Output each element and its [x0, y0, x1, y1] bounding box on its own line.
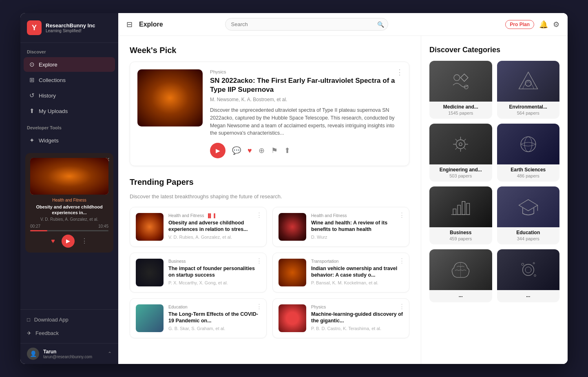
weeks-pick-description: Discover the unprecedented ultraviolet s… [210, 106, 402, 137]
sidebar-item-widgets[interactable]: ✦ Widgets [24, 133, 115, 148]
trending-category: Health and Fitness ▐▌▐ [168, 213, 261, 218]
category-card[interactable]: Environmental... 564 papers [497, 61, 560, 119]
svg-rect-10 [466, 203, 469, 214]
brand-subtitle: Learning Simplified! [46, 29, 95, 33]
svg-point-15 [534, 274, 536, 276]
category-image [429, 61, 492, 102]
player-progress-bar[interactable] [30, 230, 108, 231]
trending-card: Physics Machine-learning-guided discover… [272, 298, 409, 338]
category-name: Medicine and... [429, 102, 492, 111]
trending-card-image [279, 259, 306, 286]
search-input[interactable] [225, 18, 388, 31]
category-card[interactable]: Education 344 papers [497, 186, 560, 244]
svg-point-5 [521, 137, 536, 152]
sidebar-item-collections[interactable]: ⊞ Collections [24, 73, 115, 87]
trending-card: Health and Fitness Wine and health: A re… [272, 207, 409, 247]
audio-player: ✕ Health and Fitness Obesity and adverse… [25, 153, 113, 253]
svg-point-14 [533, 262, 535, 264]
sidebar-item-explore[interactable]: ⊙ Explore [24, 57, 115, 72]
weeks-pick-favorite-icon[interactable]: ♥ [248, 146, 252, 155]
trending-category: Physics [311, 304, 403, 309]
svg-point-6 [524, 137, 532, 152]
download-app-item[interactable]: □ Download App [20, 313, 118, 326]
category-name: ... [429, 290, 492, 299]
category-card[interactable]: Business 459 papers [429, 186, 492, 244]
svg-point-11 [523, 264, 534, 275]
player-total-time: 10:45 [98, 224, 108, 228]
weeks-pick-share-icon[interactable]: ⬆ [284, 146, 290, 155]
weeks-pick-play-button[interactable]: ▶ [210, 143, 225, 158]
category-card[interactable]: Earth Sciences 486 papers [497, 124, 560, 182]
svg-point-2 [525, 80, 531, 86]
trending-card-more-button[interactable]: ⋮ [399, 257, 405, 264]
uploads-icon: ⬆ [29, 107, 35, 115]
weeks-pick-paper-title: SN 2022acko: The First Early Far-ultravi… [210, 76, 402, 94]
weeks-pick-more-button[interactable]: ⋮ [396, 68, 403, 77]
weeks-pick-flag-icon[interactable]: ⚑ [271, 146, 278, 155]
trending-paper-title: Obesity and adverse childhood experience… [168, 220, 261, 233]
search-icon: 🔍 [377, 21, 384, 28]
trending-card-more-button[interactable]: ⋮ [256, 257, 262, 264]
category-card[interactable]: Engineering and... 503 papers [429, 124, 492, 182]
user-chevron-icon: ⌃ [108, 351, 112, 357]
sidebar-item-my-uploads[interactable]: ⬆ My Uploads [24, 104, 115, 118]
sidebar-toggle-button[interactable]: ⊟ [126, 20, 133, 29]
svg-point-12 [525, 267, 531, 273]
trending-card-more-button[interactable]: ⋮ [399, 303, 405, 310]
trending-card-content: Transportation Indian vehicle ownership … [311, 259, 403, 286]
trending-card-image [136, 213, 164, 241]
category-count: 486 papers [497, 173, 560, 178]
category-card[interactable]: Medicine and... 1545 papers [429, 61, 492, 119]
trending-card-content: Physics Machine-learning-guided discover… [311, 304, 403, 332]
history-icon: ↺ [29, 92, 35, 99]
trending-paper-authors: P. X. Mccarthy, X. Gong, et al. [168, 280, 261, 285]
sidebar-item-collections-label: Collections [39, 77, 66, 83]
category-card[interactable]: ... [497, 249, 560, 302]
player-play-button[interactable]: ▶ [62, 235, 75, 248]
download-app-icon: □ [27, 317, 30, 323]
trending-paper-authors: P. Bansal, K. M. Kockelman, et al. [311, 280, 403, 285]
category-image [497, 186, 560, 227]
svg-rect-7 [453, 209, 456, 215]
trending-card-more-button[interactable]: ⋮ [256, 303, 262, 310]
trending-card-content: Business The impact of founder personali… [168, 259, 261, 286]
trending-category: Transportation [311, 259, 403, 264]
search-container: 🔍 [225, 18, 388, 31]
explore-icon: ⊙ [29, 61, 35, 68]
trending-card-content: Education The Long-Term Effects of the C… [168, 304, 261, 332]
trending-paper-title: The Long-Term Effects of the COVID-19 Pa… [168, 311, 261, 324]
player-favorite-button[interactable]: ♥ [51, 237, 55, 245]
feedback-label: Feedback [35, 330, 59, 336]
category-card[interactable]: ... [429, 249, 492, 302]
trending-card-more-button[interactable]: ⋮ [399, 211, 405, 219]
user-avatar: 👤 [27, 348, 39, 360]
category-name: Engineering and... [429, 164, 492, 173]
main-scroll: Week's Pick Physics SN 2022acko: The Fir… [118, 36, 421, 364]
player-current-time: 00:27 [30, 224, 40, 228]
weeks-pick-comment-icon[interactable]: 💬 [232, 146, 241, 155]
category-image [429, 249, 492, 290]
sidebar-bottom: □ Download App ✈ Feedback [20, 309, 118, 343]
trending-category: Health and Fitness [311, 213, 403, 218]
user-profile[interactable]: 👤 Tarun tarun@researchbunny.com ⌃ [20, 343, 118, 364]
trending-paper-authors: G. B. Skar, S. Graham, et al. [168, 326, 261, 331]
trending-card: Education The Long-Term Effects of the C… [130, 298, 267, 338]
user-email: tarun@researchbunny.com [43, 355, 92, 359]
main-content: ⊟ Explore 🔍 Pro Plan 🔔 ⚙ Week's Pick [118, 13, 568, 364]
pro-plan-badge[interactable]: Pro Plan [505, 20, 534, 29]
trending-paper-authors: V. D. Rubies, A. Gonzalez, et al. [168, 235, 261, 240]
notifications-button[interactable]: 🔔 [539, 20, 548, 29]
weeks-pick-add-icon[interactable]: ⊕ [259, 146, 265, 155]
player-category: Health and Fitness [30, 198, 108, 202]
category-count: 344 papers [497, 236, 560, 241]
sidebar-item-history[interactable]: ↺ History [24, 88, 115, 103]
trending-paper-title: Indian vehicle ownership and travel beha… [311, 265, 403, 279]
settings-button[interactable]: ⚙ [553, 20, 559, 29]
trending-paper-title: The impact of founder personalities on s… [168, 265, 261, 279]
trending-category: Business [168, 259, 261, 264]
player-author: V. D. Rubies, A. Gonzalez, et al. [30, 217, 108, 222]
feedback-item[interactable]: ✈ Feedback [20, 326, 118, 340]
trending-card-more-button[interactable]: ⋮ [256, 211, 262, 219]
player-more-button[interactable]: ⋮ [81, 237, 88, 245]
right-panel: Discover Categories Medicine and... [421, 36, 568, 364]
